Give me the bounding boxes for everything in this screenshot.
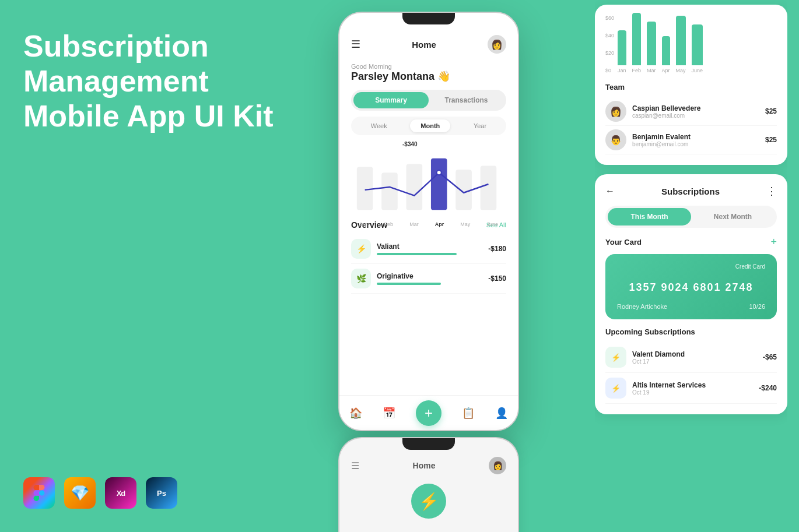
main-tab-bar: Summary Transactions <box>351 90 506 111</box>
second-phone-content: ☰ Home 👩 ⚡ <box>339 450 518 523</box>
originative-amount: -$150 <box>488 274 506 283</box>
chart-svg <box>351 149 506 219</box>
second-phone: ☰ Home 👩 ⚡ <box>338 437 519 532</box>
y-label-60: $60 <box>605 15 614 21</box>
bar-feb: Feb <box>632 13 642 73</box>
subscriptions-panel: ← Subscriptions ⋮ This Month Next Month … <box>595 174 787 414</box>
svg-rect-1 <box>381 172 398 210</box>
tab-summary[interactable]: Summary <box>353 92 429 108</box>
figma-icon <box>23 477 55 509</box>
xd-icon: Xd <box>105 477 136 509</box>
originative-progress-bar <box>377 283 441 285</box>
add-card-button[interactable]: + <box>770 236 777 248</box>
ps-icon: Ps <box>146 477 177 509</box>
svg-point-7 <box>437 171 441 174</box>
valent-diamond-logo: ⚡ <box>605 347 626 368</box>
user-avatar[interactable]: 👩 <box>488 35 506 54</box>
back-button[interactable]: ← <box>605 186 615 196</box>
bar-mar: Mar <box>647 22 656 73</box>
card-footer: Rodney Artichoke 10/26 <box>617 303 765 310</box>
caspian-info: Caspian Bellevedere caspian@email.com <box>632 104 765 119</box>
valent-info: Valent Diamond Oct 17 <box>632 350 763 365</box>
bar-june: June <box>692 24 703 73</box>
nav-calendar-icon[interactable]: 📅 <box>383 407 395 420</box>
nav-profile-icon[interactable]: 👤 <box>495 407 508 420</box>
right-panels: $60 $40 $20 $0 Jan Feb Mar <box>595 0 787 532</box>
y-label-0: $0 <box>605 68 614 73</box>
phone-header: ☰ Home 👩 <box>351 30 506 58</box>
second-phone-notch <box>402 438 455 450</box>
bar-apr-label: Apr <box>662 68 670 73</box>
svg-rect-3 <box>431 158 447 210</box>
subscription-item-originative[interactable]: 🌿 Originative -$150 <box>351 264 506 294</box>
team-member-benjamin[interactable]: 👨 Benjamin Evalent benjamin@email.com $2… <box>605 126 777 154</box>
fab-add-button[interactable]: + <box>416 400 441 426</box>
card-number: 1357 9024 6801 2748 <box>617 281 765 294</box>
main-phone: ☰ Home 👩 Good Morning Parsley Montana 👋 … <box>338 12 519 431</box>
second-avatar[interactable]: 👩 <box>489 457 506 474</box>
altis-date: Oct 19 <box>632 389 759 396</box>
upcoming-item-valent[interactable]: ⚡ Valent Diamond Oct 17 -$65 <box>605 342 777 373</box>
tool-icons-row: 💎 Xd Ps <box>23 477 177 509</box>
phone-header-title: Home <box>412 40 436 50</box>
upcoming-item-altis[interactable]: ⚡ Altis Internet Services Oct 19 -$240 <box>605 373 777 404</box>
tab-transactions[interactable]: Transactions <box>429 92 504 108</box>
valiant-name: Valiant <box>377 242 483 251</box>
phone-screen: ☰ Home 👩 Good Morning Parsley Montana 👋 … <box>339 24 518 430</box>
second-phone-title: Home <box>413 461 436 470</box>
caspian-amount: $25 <box>765 107 777 115</box>
more-button[interactable]: ⋮ <box>766 185 777 198</box>
next-month-btn[interactable]: Next Month <box>691 208 775 226</box>
hero-title: SubscriptionManagementMobile App UI Kit <box>23 29 303 133</box>
greeting-small: Good Morning <box>351 63 506 70</box>
bar-feb-label: Feb <box>632 68 642 73</box>
benjamin-email: benjamin@email.com <box>632 141 765 147</box>
card-holder: Rodney Artichoke <box>617 303 667 310</box>
valiant-bar-wrap <box>377 253 483 255</box>
bar-jan-label: Jan <box>618 68 626 73</box>
card-type-label: Credit Card <box>617 263 765 270</box>
caspian-avatar: 👩 <box>605 101 626 122</box>
your-card-header: Your Card + <box>605 236 777 248</box>
svg-rect-0 <box>357 167 373 210</box>
altis-name: Altis Internet Services <box>632 381 759 389</box>
month-may: May <box>460 221 470 227</box>
month-apr: Apr <box>435 221 444 227</box>
benjamin-info: Benjamin Evalent benjamin@email.com <box>632 133 765 147</box>
bar-mar-label: Mar <box>647 68 656 73</box>
subscription-item-valiant[interactable]: ⚡ Valiant -$180 <box>351 234 506 264</box>
valent-amount: -$65 <box>763 353 777 361</box>
team-member-caspian[interactable]: 👩 Caspian Bellevedere caspian@email.com … <box>605 97 777 126</box>
valiant-amount: -$180 <box>488 245 506 253</box>
month-feb: Feb <box>384 221 394 227</box>
valent-name: Valent Diamond <box>632 350 763 358</box>
period-year[interactable]: Year <box>463 119 497 132</box>
subs-panel-title: Subscriptions <box>615 186 766 196</box>
second-menu-icon[interactable]: ☰ <box>351 460 359 471</box>
bar-june-fill <box>692 24 703 65</box>
bar-feb-fill <box>632 13 642 65</box>
originative-info: Originative <box>377 272 483 285</box>
second-phone-logo: ⚡ <box>411 484 446 519</box>
period-week[interactable]: Week <box>360 119 398 132</box>
benjamin-avatar: 👨 <box>605 129 626 150</box>
bar-jan-fill <box>618 30 626 65</box>
second-phone-header: ☰ Home 👩 <box>351 455 506 479</box>
caspian-name: Caspian Bellevedere <box>632 104 765 112</box>
period-month[interactable]: Month <box>410 119 450 132</box>
originative-bar-wrap <box>377 283 483 285</box>
hero-section: SubscriptionManagementMobile App UI Kit <box>23 29 303 133</box>
bar-may-label: May <box>676 68 686 73</box>
nav-list-icon[interactable]: 📋 <box>462 407 475 420</box>
bar-y-labels: $60 $40 $20 $0 <box>605 15 614 73</box>
bottom-nav: 🏠 📅 + 📋 👤 <box>339 395 518 430</box>
nav-home-icon[interactable]: 🏠 <box>349 407 362 420</box>
menu-icon[interactable]: ☰ <box>351 38 360 51</box>
bar-chart-panel: $60 $40 $20 $0 Jan Feb Mar <box>595 5 787 165</box>
bar-apr: Apr <box>662 36 670 73</box>
this-month-btn[interactable]: This Month <box>608 208 691 226</box>
sketch-icon: 💎 <box>64 477 96 509</box>
credit-card[interactable]: Credit Card 1357 9024 6801 2748 Rodney A… <box>605 254 777 319</box>
y-label-20: $20 <box>605 50 614 56</box>
originative-logo: 🌿 <box>351 269 371 288</box>
